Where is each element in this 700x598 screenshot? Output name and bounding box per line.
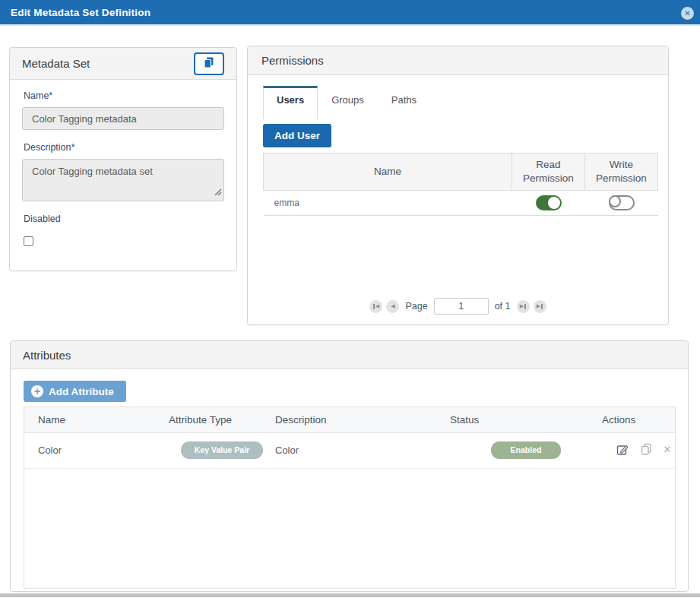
add-attribute-button[interactable]: + Add Attribute xyxy=(24,381,126,402)
attributes-title: Attributes xyxy=(23,349,71,362)
attributes-table-container: Name Attribute Type Description Status A… xyxy=(24,407,676,589)
table-row: emma xyxy=(264,191,658,216)
permissions-table-header-row: Name Read Permission Write Permission xyxy=(264,153,658,191)
attribute-name-cell: Color xyxy=(24,432,169,468)
metadata-set-header: Metadata Set xyxy=(10,48,236,80)
last-page-button[interactable]: ▶ xyxy=(534,300,546,313)
edit-icon[interactable] xyxy=(616,443,629,456)
description-field-wrap: Color Tagging metadata set xyxy=(22,159,224,201)
add-user-button[interactable]: Add User xyxy=(263,124,331,147)
toggle-knob xyxy=(609,195,621,207)
attributes-panel: Attributes + Add Attribute Name Attribut… xyxy=(10,340,689,592)
copy-icon xyxy=(203,56,215,71)
edit-metadata-set-dialog: Edit Metadata Set Definition ✕ Metadata … xyxy=(0,0,700,598)
column-header-read-permission: Read Permission xyxy=(512,153,585,191)
delete-icon[interactable]: ✕ xyxy=(664,444,672,455)
column-header-write-permission: Write Permission xyxy=(585,153,658,191)
status-badge: Enabled xyxy=(491,441,562,459)
tab-users[interactable]: Users xyxy=(263,86,318,119)
attributes-table: Name Attribute Type Description Status A… xyxy=(24,407,676,469)
column-header-status: Status xyxy=(450,407,602,432)
add-attribute-label: Add Attribute xyxy=(49,386,114,397)
attribute-description-cell: Color xyxy=(275,432,450,468)
permissions-body: Users Groups Paths Add User Name Read Pe… xyxy=(248,75,668,216)
metadata-set-panel: Metadata Set Name* Description* Color Ta… xyxy=(9,47,237,271)
page-label: Page xyxy=(405,301,427,312)
column-header-actions: Actions xyxy=(602,407,676,432)
disabled-checkbox[interactable] xyxy=(24,236,33,246)
copy-icon[interactable] xyxy=(641,443,652,455)
user-name-cell: emma xyxy=(264,191,512,216)
page-number-input[interactable] xyxy=(434,298,489,315)
disabled-label: Disabled xyxy=(24,214,224,224)
pagination: ◀ ◀ Page of 1 ▶ ▶ xyxy=(248,298,668,315)
column-header-name: Name xyxy=(24,407,169,432)
plus-icon: + xyxy=(31,385,43,397)
first-page-button[interactable]: ◀ xyxy=(369,300,382,313)
horizontal-scrollbar[interactable] xyxy=(0,593,700,597)
page-count-label: of 1 xyxy=(495,301,511,312)
row-actions: ✕ xyxy=(616,443,672,456)
metadata-set-title: Metadata Set xyxy=(22,57,90,70)
next-page-button[interactable]: ▶ xyxy=(517,300,530,313)
attributes-table-header-row: Name Attribute Type Description Status A… xyxy=(24,407,676,432)
tab-groups[interactable]: Groups xyxy=(318,86,378,114)
metadata-set-body: Name* Description* Color Tagging metadat… xyxy=(10,80,236,249)
previous-page-button[interactable]: ◀ xyxy=(386,300,399,313)
column-header-description: Description xyxy=(275,407,450,432)
dialog-title-bar: Edit Metadata Set Definition ✕ xyxy=(0,0,700,26)
attributes-header: Attributes xyxy=(11,341,688,369)
permissions-tabs: Users Groups Paths xyxy=(263,86,656,114)
table-row: Color Key Value Pair Color Enabled xyxy=(24,432,676,468)
name-field[interactable] xyxy=(22,107,224,130)
tab-paths[interactable]: Paths xyxy=(378,86,430,114)
write-permission-toggle[interactable] xyxy=(609,195,635,210)
toggle-knob xyxy=(548,197,560,209)
read-permission-toggle[interactable] xyxy=(536,195,562,210)
attribute-type-badge: Key Value Pair xyxy=(181,441,263,459)
column-header-name: Name xyxy=(264,153,512,191)
resize-handle-icon[interactable] xyxy=(214,185,222,199)
permissions-header: Permissions xyxy=(248,46,668,75)
permissions-title: Permissions xyxy=(261,54,324,67)
description-field[interactable]: Color Tagging metadata set xyxy=(22,159,224,201)
permissions-table: Name Read Permission Write Permission em… xyxy=(263,153,658,216)
permissions-panel: Permissions Users Groups Paths Add User … xyxy=(247,46,669,325)
close-icon[interactable]: ✕ xyxy=(681,7,694,20)
dialog-title: Edit Metadata Set Definition xyxy=(11,7,150,18)
name-label: Name* xyxy=(24,90,224,101)
column-header-attribute-type: Attribute Type xyxy=(169,407,275,432)
copy-metadata-set-button[interactable] xyxy=(194,52,224,75)
description-label: Description* xyxy=(24,142,224,153)
